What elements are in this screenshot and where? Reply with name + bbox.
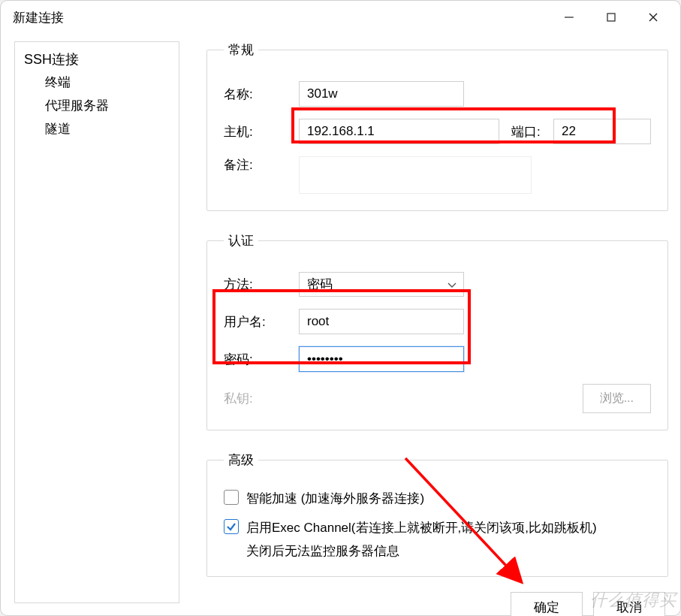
input-note[interactable] xyxy=(299,156,532,194)
main-panel: 常规 名称: 主机: 端口: 备注: 认证 xyxy=(206,41,668,603)
input-host[interactable] xyxy=(299,119,499,144)
label-smart-accel: 智能加速 (加速海外服务器连接) xyxy=(246,488,424,509)
select-auth-method[interactable]: 密码 xyxy=(299,272,464,297)
checkbox-smart-accel[interactable] xyxy=(224,490,239,505)
label-username: 用户名: xyxy=(224,313,299,331)
legend-general: 常规 xyxy=(224,41,258,59)
maximize-icon xyxy=(606,12,616,23)
label-exec-channel: 启用Exec Channel(若连接上就被断开,请关闭该项,比如跳板机) xyxy=(246,518,597,538)
label-private-key: 私钥: xyxy=(224,390,299,407)
close-icon xyxy=(648,12,658,23)
group-general: 常规 名称: 主机: 端口: 备注: xyxy=(206,41,668,211)
label-name: 名称: xyxy=(224,86,299,103)
label-host: 主机: xyxy=(224,123,299,140)
legend-advanced: 高级 xyxy=(224,451,258,469)
maximize-button[interactable] xyxy=(592,4,631,31)
close-button[interactable] xyxy=(634,4,673,31)
group-advanced: 高级 智能加速 (加速海外服务器连接) 启用Exec Channel(若连接上就… xyxy=(206,451,668,577)
label-exec-channel-sub: 关闭后无法监控服务器信息 xyxy=(246,542,651,560)
label-method: 方法: xyxy=(224,276,299,293)
input-name[interactable] xyxy=(299,81,464,107)
label-password: 密码: xyxy=(224,351,299,368)
input-port[interactable] xyxy=(553,119,651,144)
sidebar-item-terminal[interactable]: 终端 xyxy=(15,71,179,94)
sidebar-item-proxy[interactable]: 代理服务器 xyxy=(15,94,179,117)
sidebar: SSH连接 终端 代理服务器 隧道 xyxy=(14,41,179,603)
input-username[interactable] xyxy=(299,309,464,334)
sidebar-item-tunnel[interactable]: 隧道 xyxy=(15,117,179,140)
minimize-icon xyxy=(564,12,574,23)
legend-auth: 认证 xyxy=(224,232,258,249)
checkbox-exec-channel[interactable] xyxy=(224,519,239,534)
window-title: 新建连接 xyxy=(13,9,64,26)
label-note: 备注: xyxy=(224,156,299,174)
label-port: 端口: xyxy=(511,123,553,140)
cancel-button[interactable]: 取消 xyxy=(593,592,665,616)
group-auth: 认证 方法: 密码 用户名: xyxy=(206,232,668,430)
sidebar-root-ssh[interactable]: SSH连接 xyxy=(15,48,179,71)
input-password[interactable] xyxy=(299,346,464,372)
svg-rect-1 xyxy=(607,14,615,21)
minimize-button[interactable] xyxy=(550,4,589,31)
ok-button[interactable]: 确定 xyxy=(511,592,583,616)
dialog-window: 新建连接 SSH连接 终端 代理服务器 隧道 常规 名称: xyxy=(0,0,681,616)
browse-button[interactable]: 浏览... xyxy=(583,384,651,413)
check-icon xyxy=(226,521,237,532)
title-bar: 新建连接 xyxy=(1,1,680,34)
